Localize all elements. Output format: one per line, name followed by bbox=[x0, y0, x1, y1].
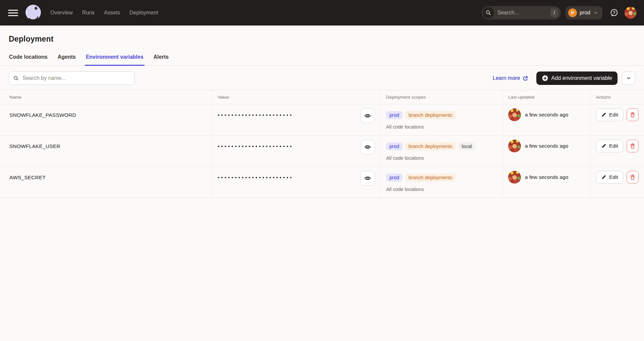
deployment-page: Deployment Code locations Agents Environ… bbox=[0, 26, 644, 198]
env-var-name: SNOWFLAKE_PASSWORD bbox=[0, 104, 212, 135]
env-var-toolbar: Learn more Add environment variable bbox=[0, 66, 644, 90]
env-var-name: AWS_SECRET bbox=[0, 167, 212, 198]
pencil-icon bbox=[601, 143, 606, 149]
updated-by-avatar bbox=[508, 140, 521, 152]
code-locations-text: All code locations bbox=[386, 155, 497, 161]
tab-code-locations[interactable]: Code locations bbox=[9, 54, 48, 65]
tab-alerts[interactable]: Alerts bbox=[153, 54, 169, 65]
eye-icon bbox=[364, 143, 371, 151]
scope-badge-prod: prod bbox=[386, 142, 402, 150]
last-updated-text: a few seconds ago bbox=[525, 140, 568, 152]
scope-badge-prod: prod bbox=[386, 111, 402, 119]
help-icon: ? bbox=[609, 8, 619, 17]
user-avatar[interactable] bbox=[625, 7, 637, 19]
add-environment-variable-button[interactable]: Add environment variable bbox=[536, 71, 618, 85]
help-button[interactable]: ? bbox=[608, 7, 620, 18]
edit-button-label: Edit bbox=[609, 143, 618, 149]
table-row: SNOWFLAKE_PASSWORD •••••••••••••••••••••… bbox=[0, 104, 644, 136]
search-by-name-input[interactable] bbox=[9, 71, 135, 85]
last-updated-text: a few seconds ago bbox=[525, 108, 568, 121]
nav-item-overview[interactable]: Overview bbox=[50, 10, 73, 16]
deployment-scope-badges: prodbranch deployments bbox=[386, 108, 497, 122]
nav-item-runs[interactable]: Runs bbox=[82, 10, 95, 16]
scope-badge-branch-deployments: branch deployments bbox=[405, 174, 456, 182]
nav-item-assets[interactable]: Assets bbox=[104, 10, 120, 16]
dagster-logo-icon bbox=[24, 3, 43, 22]
env-var-masked-value: •••••••••••••••••••••• bbox=[218, 108, 293, 122]
env-var-masked-value: •••••••••••••••••••••• bbox=[218, 140, 293, 153]
global-search-button[interactable]: Search... / bbox=[482, 6, 561, 19]
column-header-name: Name bbox=[0, 90, 212, 104]
svg-text:?: ? bbox=[613, 10, 615, 15]
table-header-row: Name Value Deployment scopes Last update… bbox=[0, 90, 644, 104]
deployment-tabs: Code locations Agents Environment variab… bbox=[0, 54, 644, 66]
trash-icon bbox=[630, 174, 636, 180]
external-link-icon bbox=[523, 76, 528, 81]
nav-item-deployment[interactable]: Deployment bbox=[129, 10, 158, 16]
plus-circle-icon bbox=[542, 75, 548, 82]
tab-environment-variables[interactable]: Environment variables bbox=[86, 54, 144, 65]
edit-button-label: Edit bbox=[609, 174, 618, 180]
edit-button[interactable]: Edit bbox=[596, 140, 623, 152]
scope-badge-branch-deployments: branch deployments bbox=[405, 111, 456, 119]
scope-badge-prod: prod bbox=[386, 174, 402, 182]
scope-badge-local: local bbox=[459, 142, 475, 150]
deployment-initial-badge: P bbox=[568, 8, 577, 17]
edit-button-label: Edit bbox=[609, 112, 618, 118]
deployment-switcher-label: prod bbox=[580, 10, 590, 16]
learn-more-label: Learn more bbox=[493, 75, 520, 81]
add-variable-menu-button[interactable] bbox=[622, 71, 635, 85]
learn-more-link[interactable]: Learn more bbox=[493, 75, 528, 81]
delete-button[interactable] bbox=[627, 171, 639, 184]
table-row: AWS_SECRET •••••••••••••••••••••• prodbr… bbox=[0, 167, 644, 198]
add-environment-variable-label: Add environment variable bbox=[551, 75, 612, 81]
reveal-value-button[interactable] bbox=[360, 140, 375, 154]
environment-variables-table: Name Value Deployment scopes Last update… bbox=[0, 90, 644, 198]
scope-badge-branch-deployments: branch deployments bbox=[405, 142, 456, 150]
search-icon bbox=[483, 7, 494, 18]
search-shortcut-badge: / bbox=[550, 8, 558, 17]
code-locations-text: All code locations bbox=[386, 124, 497, 130]
edit-button[interactable]: Edit bbox=[596, 108, 623, 121]
delete-button[interactable] bbox=[627, 108, 639, 121]
top-navigation-bar: Overview Runs Assets Deployment Search..… bbox=[0, 0, 644, 26]
chevron-down-icon bbox=[626, 76, 631, 81]
hamburger-menu-button[interactable] bbox=[8, 8, 18, 18]
column-header-actions: Actions bbox=[591, 90, 644, 104]
last-updated-text: a few seconds ago bbox=[525, 171, 568, 184]
global-search-placeholder: Search... bbox=[497, 10, 550, 16]
dagster-logo[interactable] bbox=[23, 3, 43, 22]
column-header-last-updated: Last updated bbox=[503, 90, 591, 104]
table-row: SNOWFLAKE_USER •••••••••••••••••••••• pr… bbox=[0, 136, 644, 167]
column-header-value: Value bbox=[212, 90, 381, 104]
eye-icon bbox=[364, 175, 371, 182]
primary-nav: Overview Runs Assets Deployment bbox=[50, 10, 158, 16]
deployment-switcher[interactable]: P prod bbox=[566, 6, 602, 19]
updated-by-avatar bbox=[508, 108, 521, 121]
tab-agents[interactable]: Agents bbox=[57, 54, 76, 65]
env-var-masked-value: •••••••••••••••••••••• bbox=[218, 171, 293, 184]
page-title: Deployment bbox=[0, 26, 644, 44]
pencil-icon bbox=[601, 112, 606, 117]
pencil-icon bbox=[601, 175, 606, 180]
code-locations-text: All code locations bbox=[386, 187, 497, 192]
env-var-name: SNOWFLAKE_USER bbox=[0, 136, 212, 166]
table-body: SNOWFLAKE_PASSWORD •••••••••••••••••••••… bbox=[0, 104, 644, 198]
column-header-deployment-scopes: Deployment scopes bbox=[381, 90, 503, 104]
search-icon bbox=[13, 75, 19, 81]
edit-button[interactable]: Edit bbox=[596, 171, 623, 184]
deployment-scope-badges: prodbranch deploymentslocal bbox=[386, 140, 497, 153]
trash-icon bbox=[630, 112, 636, 118]
reveal-value-button[interactable] bbox=[360, 171, 375, 186]
updated-by-avatar bbox=[508, 171, 521, 184]
deployment-scope-badges: prodbranch deployments bbox=[386, 171, 497, 184]
chevron-down-icon bbox=[593, 10, 598, 15]
eye-icon bbox=[364, 112, 371, 119]
delete-button[interactable] bbox=[627, 140, 639, 152]
trash-icon bbox=[630, 143, 636, 149]
reveal-value-button[interactable] bbox=[360, 108, 375, 123]
